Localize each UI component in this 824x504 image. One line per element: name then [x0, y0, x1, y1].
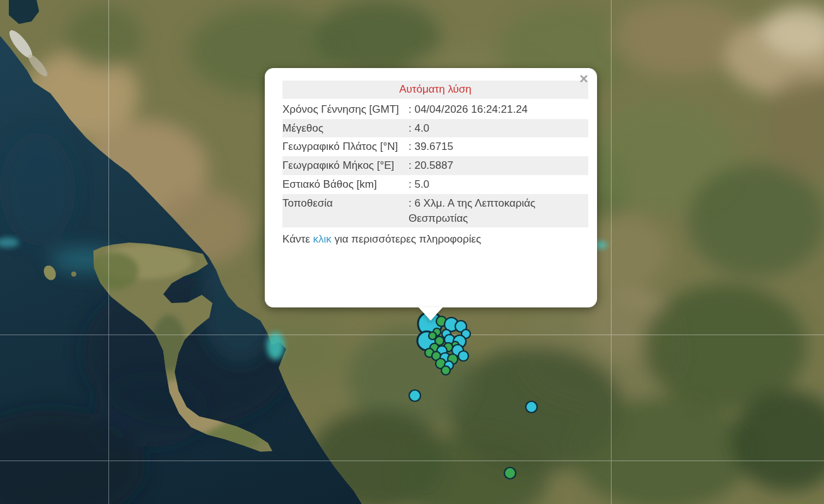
row-value: : 20.5887 — [409, 158, 588, 173]
row-label: Τοποθεσία — [282, 196, 409, 226]
footer-text: Κάντε — [282, 233, 313, 245]
earthquake-marker[interactable] — [441, 366, 450, 375]
map-viewer: × Αυτόματη λύση Χρόνος Γέννησης [GMT] : … — [0, 0, 824, 504]
footer-text: για περισσότερες πληροφορίες — [332, 233, 481, 245]
earthquake-marker[interactable] — [458, 351, 468, 361]
row-value: : 5.0 — [409, 177, 588, 192]
table-row: Γεωγραφικό Μήκος [°E] : 20.5887 — [282, 156, 588, 175]
row-value: : 39.6715 — [409, 139, 588, 154]
table-row: Γεωγραφικό Πλάτος [°N] : 39.6715 — [282, 137, 588, 156]
earthquake-popup: × Αυτόματη λύση Χρόνος Γέννησης [GMT] : … — [265, 68, 597, 307]
earthquake-marker[interactable] — [526, 401, 537, 413]
row-value: : 04/04/2026 16:24:21.24 — [409, 102, 588, 117]
popup-footer: Κάντε κλικ για περισσότερες πληροφορίες — [282, 232, 588, 247]
row-label: Μέγεθος — [282, 121, 409, 136]
table-row: Μέγεθος : 4.0 — [282, 119, 588, 138]
earthquake-marker[interactable] — [504, 467, 516, 479]
close-icon[interactable]: × — [577, 73, 590, 86]
row-label: Γεωγραφικό Μήκος [°E] — [282, 158, 409, 173]
popup-title: Αυτόματη λύση — [282, 81, 588, 99]
popup-pointer — [419, 307, 443, 321]
popup-rows: Χρόνος Γέννησης [GMT] : 04/04/2026 16:24… — [282, 100, 588, 228]
row-value: : 4.0 — [409, 121, 588, 136]
table-row: Τοποθεσία : 6 Χλμ. Α της Λεπτοκαριάς Θεσ… — [282, 194, 588, 228]
table-row: Χρόνος Γέννησης [GMT] : 04/04/2026 16:24… — [282, 100, 588, 119]
row-label: Χρόνος Γέννησης [GMT] — [282, 102, 409, 117]
islet — [71, 272, 76, 277]
row-label: Γεωγραφικό Πλάτος [°N] — [282, 139, 409, 154]
klik-link[interactable]: κλικ — [313, 233, 331, 245]
earthquake-marker[interactable] — [409, 390, 421, 401]
row-label: Εστιακό Βάθος [km] — [282, 177, 409, 192]
earthquake-marker[interactable] — [429, 332, 436, 340]
table-row: Εστιακό Βάθος [km] : 5.0 — [282, 175, 588, 194]
row-value: : 6 Χλμ. Α της Λεπτοκαριάς Θεσπρωτίας — [409, 196, 588, 226]
